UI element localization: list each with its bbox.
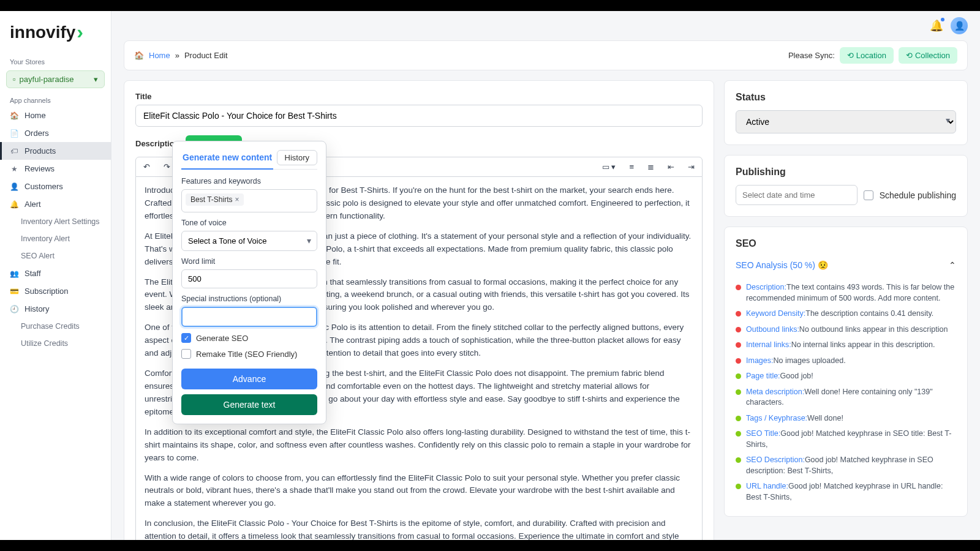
- sidebar-subitem[interactable]: Utilize Credits: [0, 335, 111, 352]
- seo-item-key: Page title:: [746, 372, 780, 380]
- keywords-input[interactable]: Best T-Shirts×: [181, 189, 317, 212]
- seo-item-key: Description:: [746, 283, 786, 291]
- avatar[interactable]: 👤: [951, 17, 968, 34]
- sidebar-item-subscription[interactable]: 💳Subscription: [0, 282, 111, 300]
- tone-label: Tone of voice: [181, 219, 317, 227]
- seo-item: Page title:Good job!: [736, 369, 956, 384]
- notification-bell-icon[interactable]: 🔔: [930, 19, 943, 32]
- media-icon[interactable]: ▭ ▾: [600, 161, 619, 173]
- seo-item: URL handle:Good job! Matched keyphrase i…: [736, 479, 956, 505]
- letterbox-bottom: [0, 540, 980, 551]
- remove-tag-icon[interactable]: ×: [235, 195, 239, 204]
- seo-item: SEO Title:Good job! Matched keyphrase in…: [736, 426, 956, 452]
- seo-item: Images:No images uploaded.: [736, 353, 956, 369]
- store-name: payful-paradise: [20, 75, 74, 84]
- store-selector[interactable]: ▫ payful-paradise ▾: [6, 70, 105, 88]
- title-input[interactable]: [135, 105, 703, 127]
- nav-label: Reviews: [24, 164, 55, 173]
- word-limit-input[interactable]: [181, 269, 317, 288]
- sync-location-button[interactable]: ⟲Location: [840, 47, 894, 64]
- sidebar-item-orders[interactable]: 📄Orders: [0, 124, 111, 142]
- topbar: 🔔 👤: [111, 11, 980, 40]
- generate-seo-label: Generate SEO: [196, 334, 248, 343]
- seo-item-key: Keyword Density:: [746, 309, 805, 318]
- seo-status-dot: [736, 342, 741, 348]
- tab-generate-new[interactable]: Generate new content: [181, 150, 273, 170]
- status-heading: Status: [736, 92, 956, 103]
- seo-item: Description:The text contains 493 words.…: [736, 280, 956, 306]
- advance-button[interactable]: Advance: [181, 369, 317, 389]
- sync-collection-button[interactable]: ⟲Collection: [899, 47, 957, 64]
- seo-card: SEO SEO Analysis (50 %) 😟 ⌃ Description:…: [724, 227, 968, 517]
- breadcrumb-sep: »: [175, 51, 179, 60]
- undo-icon[interactable]: ↶: [141, 161, 153, 173]
- generate-seo-checkbox[interactable]: ✓: [181, 333, 191, 343]
- indent-icon[interactable]: ⇥: [685, 161, 697, 173]
- right-column: Status Active Publishing Schedule publis…: [724, 80, 968, 517]
- layout: Title Description Generate ▾ ↶ ↷ P ▭ ▾ ≡…: [124, 80, 968, 540]
- store-icon: ▫: [13, 75, 16, 84]
- sidebar-item-products[interactable]: 🏷Products: [0, 142, 111, 160]
- seo-item-text: No internal links appear in this descrip…: [791, 340, 935, 349]
- seo-status-dot: [736, 358, 741, 364]
- generate-text-button[interactable]: Generate text: [181, 394, 317, 415]
- content: 🏠 Home » Product Edit Please Sync: ⟲Loca…: [111, 40, 980, 540]
- seo-item-text: The description contains 0.41 density.: [805, 309, 933, 318]
- seo-item-key: Tags / Keyphrase:: [746, 414, 807, 422]
- notification-dot: [941, 18, 944, 21]
- keyword-tag-text: Best T-Shirts: [190, 195, 232, 204]
- seo-status-dot: [736, 431, 741, 437]
- sidebar-subitem[interactable]: SEO Alert: [0, 247, 111, 264]
- refresh-icon: ⟲: [906, 51, 913, 60]
- outdent-icon[interactable]: ⇤: [665, 161, 677, 173]
- sidebar-item-reviews[interactable]: ★Reviews: [0, 160, 111, 178]
- nav-label: Staff: [24, 269, 41, 278]
- title-label: Title: [135, 92, 703, 101]
- sidebar-item-staff[interactable]: 👥Staff: [0, 264, 111, 282]
- channels-label: App channels: [0, 94, 111, 107]
- numbered-list-icon[interactable]: ≣: [645, 161, 657, 173]
- status-select[interactable]: Active: [736, 110, 956, 133]
- tone-select[interactable]: Select a Tone of Voice: [181, 231, 317, 251]
- sidebar-item-alert[interactable]: 🔔Alert: [0, 195, 111, 213]
- seo-analysis-toggle[interactable]: SEO Analysis (50 %) 😟 ⌃: [736, 257, 956, 274]
- schedule-publishing-checkbox[interactable]: [864, 190, 873, 200]
- sidebar-subitem[interactable]: Purchase Credits: [0, 318, 111, 335]
- seo-item-key: SEO Title:: [746, 429, 780, 438]
- status-card: Status Active: [724, 80, 968, 145]
- schedule-publishing-label: Schedule publishing: [880, 190, 956, 200]
- seo-item-text: Good job!: [780, 372, 813, 380]
- breadcrumb-home[interactable]: Home: [149, 51, 170, 60]
- seo-item-key: URL handle:: [746, 482, 788, 490]
- refresh-icon: ⟲: [847, 51, 854, 60]
- home-icon: 🏠: [134, 51, 144, 60]
- sync-group: Please Sync: ⟲Location ⟲Collection: [788, 47, 957, 64]
- seo-list: Description:The text contains 493 words.…: [736, 280, 956, 505]
- sidebar-subitem[interactable]: Inventory Alert: [0, 230, 111, 247]
- seo-item-key: Outbound links:: [746, 325, 799, 334]
- tab-history[interactable]: History: [277, 150, 317, 165]
- logo: innovify ›: [0, 18, 111, 53]
- seo-status-dot: [736, 389, 741, 395]
- sidebar-item-history[interactable]: 🕘History: [0, 300, 111, 318]
- seo-item: Internal links:No internal links appear …: [736, 337, 956, 353]
- seo-item-text: No outbound links appear in this descrip…: [799, 325, 948, 334]
- editor-paragraph: In addition to its exceptional comfort a…: [145, 426, 693, 465]
- editor-paragraph: In conclusion, the EliteFit Classic Polo…: [145, 517, 693, 540]
- nav-icon: 🏠: [10, 111, 18, 120]
- special-instructions-input[interactable]: [181, 307, 317, 327]
- seo-item: SEO Description:Good job! Matched keyphr…: [736, 452, 956, 479]
- sidebar-item-customers[interactable]: 👤Customers: [0, 178, 111, 195]
- nav-icon: 👥: [10, 269, 18, 278]
- worried-emoji-icon: 😟: [818, 260, 828, 270]
- seo-item: Meta description:Well done! Here contain…: [736, 384, 956, 411]
- remake-title-checkbox[interactable]: [181, 349, 191, 359]
- publish-date-input[interactable]: [736, 185, 858, 205]
- seo-status-dot: [736, 457, 741, 463]
- redo-icon[interactable]: ↷: [161, 161, 173, 173]
- bullet-list-icon[interactable]: ≡: [627, 161, 636, 173]
- sidebar-item-home[interactable]: 🏠Home: [0, 107, 111, 124]
- seo-status-dot: [736, 484, 741, 489]
- app-shell: innovify › Your Stores ▫ payful-paradise…: [0, 11, 980, 540]
- sidebar-subitem[interactable]: Inventory Alert Settings: [0, 213, 111, 230]
